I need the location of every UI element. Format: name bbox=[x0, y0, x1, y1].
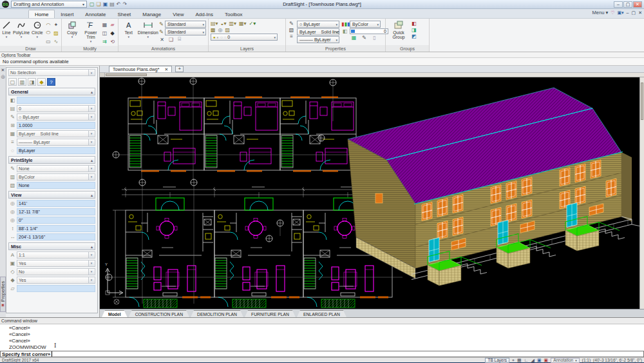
tab-view[interactable]: View bbox=[167, 10, 189, 18]
active-layer-select[interactable]: ● ◐ ◌ ○ 0 bbox=[211, 34, 278, 41]
document-tab[interactable]: Townhouse Plans.dwg*✕ bbox=[109, 66, 172, 72]
tab-insert[interactable]: Insert bbox=[55, 10, 79, 18]
hscroll-thumb[interactable] bbox=[106, 74, 147, 76]
centerx-value[interactable]: 141' bbox=[17, 200, 95, 207]
circle-button[interactable]: Circle▾ bbox=[32, 19, 43, 45]
undo-icon[interactable]: ↶ bbox=[117, 2, 121, 7]
polyline-button[interactable]: PolyLine▾ bbox=[13, 19, 30, 45]
tab-sheet[interactable]: Sheet bbox=[111, 10, 137, 18]
line-color-select[interactable]: ○ ByLayer bbox=[297, 21, 339, 28]
section-printstyle[interactable]: PrintStyle▴ bbox=[8, 156, 95, 164]
sheet-tab-demolition[interactable]: DEMOLITION PLAN bbox=[191, 310, 243, 317]
ortho-icon[interactable]: ∟ bbox=[524, 358, 529, 362]
line-style-select[interactable]: ByLayer Solid line bbox=[297, 28, 339, 35]
annotation-tools[interactable]: ✕ ❏ ⌸ bbox=[159, 36, 206, 43]
linestyle-value[interactable]: ByLayer Solid line bbox=[17, 130, 95, 137]
close-button[interactable]: ✕ bbox=[633, 1, 642, 8]
palette-close-icon[interactable]: ✕ bbox=[1, 68, 5, 72]
linescale-value[interactable]: 1.0000 bbox=[17, 122, 95, 129]
printtable-value[interactable]: None bbox=[17, 182, 95, 189]
linecolor-value[interactable]: ○ ByLayer bbox=[17, 113, 95, 121]
drawing-canvas[interactable]: Y bbox=[100, 77, 644, 309]
transparency-value[interactable]: ByLayer bbox=[17, 147, 95, 154]
palette-side-tab[interactable]: ▣Properties bbox=[0, 277, 6, 312]
redo-icon[interactable]: ↷ bbox=[123, 2, 128, 7]
tb-layers-button[interactable]: TB Layers bbox=[485, 358, 509, 363]
new-tab-button[interactable]: + bbox=[175, 66, 184, 72]
match-properties-icon[interactable]: ▦ bbox=[350, 35, 357, 41]
width-value[interactable]: 204'-1 13/16" bbox=[17, 233, 95, 240]
text-button[interactable]: A Text▾ bbox=[120, 19, 137, 44]
printstyle-value[interactable]: None bbox=[17, 165, 95, 172]
favorites-heart-icon[interactable]: ♡ bbox=[611, 10, 614, 15]
section-view[interactable]: View▴ bbox=[8, 191, 95, 199]
line-weight-select[interactable]: ——— ByLayer bbox=[297, 36, 339, 43]
ucsname-value[interactable] bbox=[17, 285, 95, 292]
sheet-tab-model[interactable]: Model bbox=[102, 310, 128, 317]
sheet-tab-furniture[interactable]: FURNITURE PLAN bbox=[245, 310, 296, 317]
selection-filter-select[interactable]: No Selection bbox=[8, 69, 95, 76]
layer-tools-row1[interactable]: ▤▾◒▾▥▾▦▾✓▾ bbox=[211, 21, 283, 26]
command-log[interactable]: «Cancel» «Cancel» «Cancel» ZOOMWINDOW I bbox=[0, 324, 644, 351]
close-icon[interactable]: ✕ bbox=[164, 67, 168, 72]
lineweight-value[interactable]: ——— ByLayer bbox=[17, 139, 95, 146]
open-icon[interactable]: ❏ bbox=[97, 2, 101, 7]
printcolor-value[interactable]: ByColor bbox=[17, 173, 95, 181]
height-value[interactable]: 88'-1 1/4" bbox=[17, 225, 95, 232]
select-elements-icon[interactable]: ▢ bbox=[8, 78, 17, 86]
save-icon[interactable]: ▣ bbox=[103, 2, 108, 7]
tab-addins[interactable]: Add-Ins bbox=[189, 10, 219, 18]
layer-value[interactable]: 0 bbox=[17, 105, 95, 112]
transparency-slider[interactable]: 0 bbox=[350, 28, 388, 34]
new-icon[interactable]: ▢ bbox=[90, 2, 95, 7]
quick-group-button[interactable]: Quick Group bbox=[388, 19, 410, 44]
annotation-scale-select[interactable]: Annotation▾ bbox=[551, 358, 580, 363]
tab-manage[interactable]: Manage bbox=[137, 10, 167, 18]
minimize-button[interactable]: ‒ bbox=[614, 1, 623, 8]
color-value[interactable] bbox=[17, 97, 95, 104]
app-icon[interactable]: DS bbox=[2, 1, 9, 8]
hatch-color-select[interactable]: ByColor bbox=[350, 21, 381, 28]
palette-pin-icon[interactable]: ◎ bbox=[1, 74, 5, 79]
vertical-scrollbar[interactable] bbox=[639, 77, 644, 309]
command-prompt[interactable]: Specify first corner» bbox=[0, 351, 644, 357]
tab-home[interactable]: Home bbox=[28, 10, 55, 18]
section-misc[interactable]: Misc▴ bbox=[8, 242, 95, 250]
pointer-snap-icon[interactable]: ⌖ bbox=[512, 358, 515, 363]
doc-minimize-icon[interactable]: ‒ bbox=[627, 10, 629, 15]
print-icon[interactable]: ▤ bbox=[109, 2, 115, 7]
centerz-value[interactable]: 0" bbox=[17, 217, 95, 224]
layer-tools-row2[interactable]: ▩◎▨ bbox=[211, 27, 283, 33]
quick-select-icon[interactable]: ▥ bbox=[18, 78, 26, 86]
doc-restore-icon[interactable]: ▢ bbox=[632, 10, 636, 15]
menu-dropdown[interactable]: Menu ▾ bbox=[592, 10, 609, 15]
entity-track-icon[interactable]: ▣ bbox=[544, 358, 549, 363]
vscroll-thumb[interactable] bbox=[641, 83, 643, 120]
section-general[interactable]: General▴ bbox=[8, 88, 95, 95]
dimension-button[interactable]: Dimension▾ bbox=[138, 19, 157, 44]
highlight-icon[interactable]: ◆ bbox=[37, 78, 46, 86]
ucsorigin-value[interactable]: No bbox=[17, 268, 95, 275]
copy-button[interactable]: Copy▾ bbox=[64, 19, 80, 45]
draw-extra-tools[interactable]: ◠✦ ⬭▨ ▭∿ bbox=[44, 19, 59, 45]
horizontal-scrollbar[interactable] bbox=[100, 73, 644, 77]
entity-snap-icon[interactable]: ▣ bbox=[537, 358, 542, 363]
power-trim-button[interactable]: F Power Trim▾ bbox=[82, 19, 99, 45]
modify-extra-tools[interactable]: ▦▰ ◫◆ ⇉⟲ bbox=[101, 19, 116, 45]
help-question-icon[interactable]: ? bbox=[47, 78, 55, 86]
help-icon[interactable]: ▣▾ bbox=[617, 10, 623, 15]
filter-icon[interactable]: ◨ bbox=[28, 78, 36, 86]
dim-style-select[interactable]: Standard bbox=[165, 28, 206, 35]
maximize-button[interactable]: ▢ bbox=[623, 1, 632, 8]
edit-properties-icon[interactable]: ✎ bbox=[361, 35, 368, 41]
sheet-tab-construction[interactable]: CONSTRUCTION PLAN bbox=[129, 310, 189, 317]
workspace-selector[interactable]: Drafting and Annotation▾ bbox=[11, 1, 87, 8]
doc-close-icon[interactable]: ✕ bbox=[638, 10, 642, 15]
text-style-select[interactable]: Standard bbox=[165, 21, 206, 28]
tab-toolbox[interactable]: Toolbox bbox=[219, 10, 249, 18]
ucsperview-value[interactable]: Yes bbox=[17, 277, 95, 284]
centery-value[interactable]: 12'-11 7/8" bbox=[17, 208, 95, 215]
tab-annotate[interactable]: Annotate bbox=[79, 10, 111, 18]
ucsicon-value[interactable]: Yes bbox=[17, 260, 95, 267]
sheet-tab-enlarged[interactable]: ENLARGED PLAN bbox=[297, 310, 346, 317]
